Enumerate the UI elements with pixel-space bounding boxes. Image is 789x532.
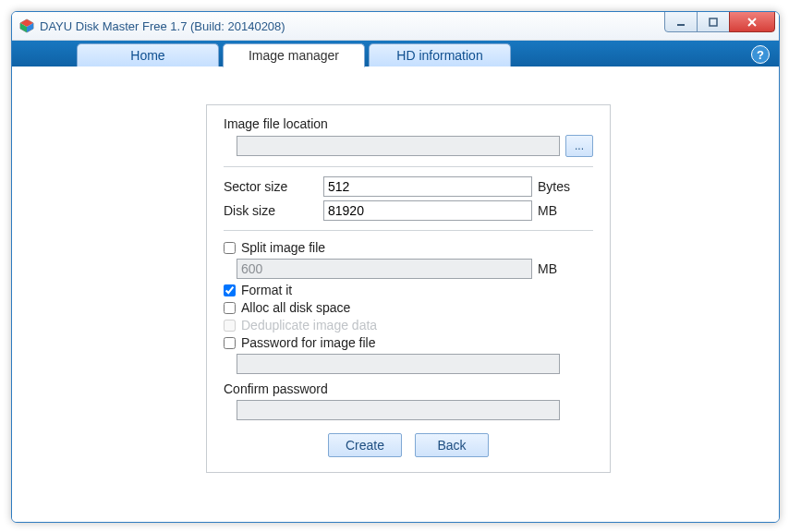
dedup-checkbox [224, 320, 236, 332]
divider [224, 230, 593, 231]
titlebar: DAYU Disk Master Free 1.7 (Build: 201402… [12, 12, 779, 41]
minimize-button[interactable] [664, 11, 698, 32]
maximize-button[interactable] [697, 11, 730, 32]
close-icon [746, 17, 759, 28]
sector-size-unit: Bytes [538, 179, 578, 194]
tabbar: Home Image manager HD information ? [12, 41, 779, 66]
password-input[interactable] [237, 354, 560, 374]
help-icon[interactable]: ? [751, 45, 770, 64]
app-icon [19, 18, 34, 33]
format-checkbox[interactable] [224, 284, 236, 296]
image-location-label: Image file location [224, 116, 593, 131]
svg-rect-5 [710, 18, 717, 26]
split-image-checkbox[interactable] [224, 242, 236, 254]
browse-button[interactable]: ... [565, 135, 593, 157]
content-area: Image file location ... Sector size Byte… [12, 67, 779, 522]
create-button[interactable]: Create [328, 433, 402, 457]
password-label: Password for image file [241, 335, 376, 350]
sector-size-input[interactable] [323, 176, 532, 197]
image-location-input[interactable] [237, 136, 560, 156]
disk-size-unit: MB [538, 203, 578, 218]
close-button[interactable] [729, 11, 775, 32]
divider [224, 166, 593, 167]
disk-size-label: Disk size [224, 203, 323, 218]
back-button[interactable]: Back [415, 433, 489, 457]
alloc-label: Alloc all disk space [241, 300, 350, 315]
window-title: DAYU Disk Master Free 1.7 (Build: 201402… [40, 19, 285, 33]
tab-image-manager[interactable]: Image manager [223, 43, 365, 67]
password-checkbox[interactable] [224, 337, 236, 349]
dedup-label: Deduplicate image data [241, 318, 377, 332]
confirm-password-input[interactable] [237, 400, 560, 420]
image-settings-panel: Image file location ... Sector size Byte… [206, 104, 611, 473]
tab-home[interactable]: Home [77, 43, 219, 66]
alloc-checkbox[interactable] [224, 302, 236, 314]
confirm-password-label: Confirm password [224, 381, 593, 396]
disk-size-input[interactable] [323, 200, 532, 221]
format-label: Format it [241, 283, 292, 297]
minimize-icon [675, 17, 686, 28]
window-controls [665, 11, 775, 32]
split-size-unit: MB [538, 261, 578, 276]
maximize-icon [708, 17, 719, 28]
split-image-label: Split image file [241, 240, 325, 255]
tab-hd-information[interactable]: HD information [369, 43, 511, 66]
app-window: DAYU Disk Master Free 1.7 (Build: 201402… [11, 11, 780, 523]
split-size-input[interactable] [237, 259, 532, 279]
sector-size-label: Sector size [224, 179, 323, 194]
